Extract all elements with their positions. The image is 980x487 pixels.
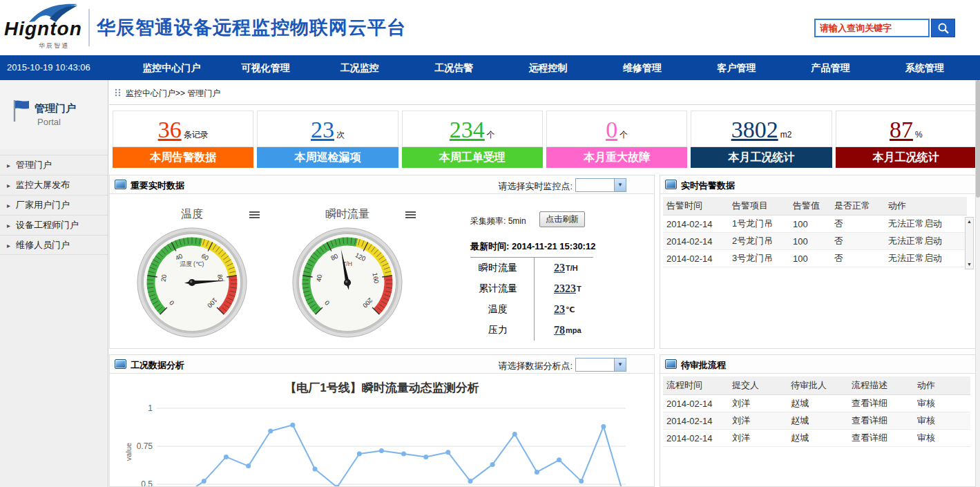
stat-label[interactable]: 本周告警数据	[113, 147, 253, 168]
nav-item[interactable]: 客户管理	[689, 55, 783, 80]
column-header: 流程时间	[663, 376, 729, 395]
reading-unit: T/H	[566, 264, 578, 272]
reading-value[interactable]: 78	[554, 324, 565, 336]
cell-alarm-value: 100	[789, 250, 831, 267]
page-scrollbar[interactable]	[975, 80, 980, 487]
table-row[interactable]: 2014-02-14 1号龙门吊 100 否 无法正常启动	[663, 216, 967, 233]
nav-item[interactable]: 远程控制	[501, 55, 595, 80]
cell-flow-time: 2014-02-14	[663, 395, 729, 412]
view-detail-link[interactable]: 查看详细	[848, 412, 914, 430]
table-scrollbar[interactable]: ▲ ▼	[965, 217, 974, 269]
stat-value: 234	[450, 117, 485, 142]
stat-label[interactable]: 本月工况统计	[691, 147, 832, 168]
stat-card: 23次 本周巡检漏项	[257, 111, 398, 168]
column-header: 告警值	[789, 197, 831, 216]
reading-cell: 23℃	[534, 299, 575, 320]
cell-flow-time: 2014-02-14	[663, 430, 729, 447]
nav-item[interactable]: 产品管理	[783, 55, 877, 80]
search-input[interactable]	[814, 19, 930, 37]
refresh-button[interactable]: 点击刷新	[539, 211, 585, 227]
cell-approver: 赵城	[787, 395, 848, 412]
column-header: 提交人	[729, 376, 787, 395]
stat-value: 3802	[731, 117, 778, 142]
gauge-dial: 020406080100温度 (℃)	[133, 224, 251, 341]
cell-alarm-action: 无法正常启动	[885, 233, 967, 250]
panel-header: 工况数据分析 请选择数据分析点: ▼	[110, 355, 654, 374]
realtime-point-select[interactable]: ▼	[575, 178, 626, 192]
table-row[interactable]: 2014-02-14 刘洋 赵城 查看详细 审核	[663, 412, 970, 430]
reading-cell: 23T/H	[534, 258, 578, 278]
reading-label: 累计流量	[462, 283, 534, 295]
arrow-right-icon: ▸	[7, 236, 10, 256]
stat-label[interactable]: 本月重大故障	[546, 147, 687, 168]
stat-unit: 条记录	[184, 130, 209, 140]
stat-value: 87	[890, 117, 913, 142]
nav-item[interactable]: 可视化管理	[218, 55, 312, 80]
breadcrumb-text: 监控中心门户>> 管理门户	[126, 88, 220, 99]
approval-table: 流程时间 提交人 待审批人 流程描述 动作 2014-02-14 刘洋 赵城 查…	[663, 376, 970, 447]
nav-item[interactable]: 工况监控	[313, 55, 407, 80]
scrollbar-thumb[interactable]	[976, 80, 980, 198]
cell-alarm-normal: 否	[831, 250, 885, 267]
analysis-panel: 工况数据分析 请选择数据分析点: ▼ 【电厂1号线】瞬时流量动态监测分析 val…	[109, 354, 655, 487]
audit-link[interactable]: 审核	[914, 430, 970, 447]
stat-label[interactable]: 本月工况统计	[836, 147, 977, 168]
sidebar-item[interactable]: ▸维修人员门户	[0, 235, 108, 255]
audit-link[interactable]: 审核	[914, 395, 970, 412]
scroll-up-icon[interactable]: ▲	[965, 218, 973, 226]
page-header: Hignton 华辰智通 华辰智通设备远程监控物联网云平台	[0, 0, 980, 55]
window-icon	[115, 359, 126, 369]
sidebar-item[interactable]: ▸厂家用户门户	[0, 195, 108, 215]
cell-approver: 赵城	[787, 412, 848, 430]
cell-alarm-value: 100	[789, 216, 831, 233]
reading-unit: ℃	[566, 305, 575, 314]
cell-alarm-time: 2014-02-14	[663, 216, 729, 233]
nav-item[interactable]: 工况告警	[407, 55, 501, 80]
reading-value[interactable]: 23	[554, 303, 565, 316]
table-row[interactable]: 2014-02-14 3号龙门吊 100 否 无法正常启动	[663, 250, 967, 267]
table-row[interactable]: 2014-02-14 2号龙门吊 100 否 无法正常启动	[663, 233, 967, 250]
audit-link[interactable]: 审核	[914, 412, 970, 430]
scroll-down-icon[interactable]: ▼	[965, 260, 973, 269]
panel-header: 实时告警数据	[660, 175, 976, 194]
stat-value: 23	[311, 117, 334, 142]
view-detail-link[interactable]: 查看详细	[848, 430, 914, 447]
nav-item[interactable]: 维修管理	[595, 55, 689, 80]
site-title: 华辰智通设备远程监控物联网云平台	[97, 15, 406, 40]
reading-value[interactable]: 2323	[554, 283, 576, 295]
cell-alarm-time: 2014-02-14	[663, 233, 729, 250]
cell-submitter: 刘洋	[729, 412, 787, 430]
table-row[interactable]: 2014-02-14 刘洋 赵城 查看详细 审核	[663, 430, 970, 447]
sidebar-item[interactable]: ▸设备工程师门户	[0, 215, 108, 235]
sidebar-item[interactable]: ▸管理门户	[0, 155, 108, 175]
search-button[interactable]	[931, 19, 955, 37]
reading-value[interactable]: 23	[554, 262, 565, 274]
hamburger-menu-icon[interactable]	[249, 211, 260, 220]
cell-submitter: 刘洋	[729, 395, 787, 412]
reading-label: 压力	[462, 324, 534, 336]
table-header-row: 告警时间 告警项目 告警值 是否正常 动作	[663, 197, 967, 216]
view-detail-link[interactable]: 查看详细	[848, 395, 914, 412]
stat-card: 234个 本周工单受理	[402, 111, 543, 168]
column-header: 流程描述	[848, 376, 914, 395]
sidebar-item[interactable]: ▸监控大屏发布	[0, 175, 108, 195]
logo-divider	[88, 9, 90, 46]
sidebar-item-label: 监控大屏发布	[16, 180, 70, 190]
nav-item[interactable]: 系统管理	[878, 55, 972, 80]
main-nav: 2015-10-19 10:43:06 监控中心门户 可视化管理 工况监控 工况…	[0, 55, 980, 80]
freq-value: 5min	[508, 216, 526, 226]
svg-text:0.75: 0.75	[137, 441, 153, 451]
hamburger-menu-icon[interactable]	[405, 211, 416, 220]
stat-label[interactable]: 本周工单受理	[402, 147, 543, 168]
stat-value-area: 0个	[546, 111, 687, 147]
svg-text:40: 40	[316, 274, 324, 283]
stat-value-area: 23次	[257, 111, 398, 147]
logo-subtext: 华辰智通	[39, 41, 69, 50]
analysis-point-select[interactable]: ▼	[575, 358, 626, 372]
stat-label[interactable]: 本周巡检漏项	[257, 147, 398, 168]
nav-item[interactable]: 监控中心门户	[124, 55, 218, 80]
cell-alarm-item: 2号龙门吊	[729, 233, 789, 250]
latest-time-label: 最新时间:	[470, 241, 509, 251]
sidebar-item-label: 维修人员门户	[16, 240, 70, 250]
table-row[interactable]: 2014-02-14 刘洋 赵城 查看详细 审核	[663, 395, 970, 412]
